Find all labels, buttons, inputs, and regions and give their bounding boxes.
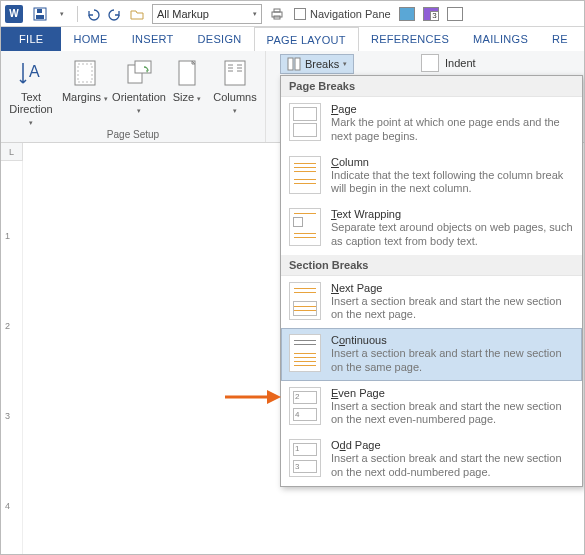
page-icon bbox=[421, 54, 439, 72]
nav-pane-toggle[interactable]: Navigation Pane bbox=[294, 8, 391, 20]
annotation-arrow bbox=[223, 387, 283, 407]
qat-dropdown[interactable]: ▾ bbox=[51, 3, 73, 25]
menu-item-text-wrapping[interactable]: Text Wrapping Separate text around objec… bbox=[281, 202, 582, 255]
menu-item-title: Next Page bbox=[331, 282, 574, 294]
size-icon bbox=[171, 57, 203, 89]
ribbon: A Text Direction ▾ Margins ▾ Orientation… bbox=[1, 51, 584, 143]
tab-home[interactable]: HOME bbox=[61, 27, 119, 51]
menu-item-desc: Insert a section break and start the new… bbox=[331, 400, 574, 428]
menu-item-title: Odd Page bbox=[331, 439, 574, 451]
tab-review[interactable]: RE bbox=[540, 27, 580, 51]
svg-marker-22 bbox=[267, 390, 281, 404]
tab-mailings[interactable]: MAILINGS bbox=[461, 27, 540, 51]
svg-rect-7 bbox=[75, 61, 95, 85]
color-swatch-purple[interactable]: 3 bbox=[423, 7, 439, 21]
svg-text:A: A bbox=[29, 63, 40, 80]
columns-button[interactable]: Columns ▾ bbox=[211, 57, 259, 115]
color-swatch-blue[interactable] bbox=[399, 7, 415, 21]
breaks-menu: Page Breaks Page Mark the point at which… bbox=[280, 75, 583, 487]
menu-item-even-page[interactable]: 24 Even Page Insert a section break and … bbox=[281, 381, 582, 434]
tab-design[interactable]: DESIGN bbox=[186, 27, 254, 51]
redo-button[interactable] bbox=[104, 3, 126, 25]
menu-item-desc: Insert a section break and start the new… bbox=[331, 295, 574, 323]
orientation-button[interactable]: Orientation ▾ bbox=[115, 57, 163, 115]
breaks-button[interactable]: Breaks ▾ bbox=[280, 54, 354, 74]
svg-rect-1 bbox=[36, 15, 44, 19]
column-break-icon bbox=[289, 156, 321, 194]
svg-rect-10 bbox=[135, 61, 151, 73]
ribbon-tabs: FILE HOME INSERT DESIGN PAGE LAYOUT REFE… bbox=[1, 27, 584, 51]
menu-header-section-breaks: Section Breaks bbox=[281, 255, 582, 276]
group-page-setup: A Text Direction ▾ Margins ▾ Orientation… bbox=[1, 51, 266, 142]
menu-item-column[interactable]: Column Indicate that the text following … bbox=[281, 150, 582, 203]
tab-page-layout[interactable]: PAGE LAYOUT bbox=[254, 27, 359, 51]
even-page-icon: 24 bbox=[289, 387, 321, 425]
svg-rect-4 bbox=[274, 9, 280, 12]
svg-rect-20 bbox=[295, 58, 300, 70]
menu-item-desc: Separate text around objects on web page… bbox=[331, 221, 574, 249]
menu-item-title: Even Page bbox=[331, 387, 574, 399]
menu-item-page[interactable]: Page Mark the point at which one page en… bbox=[281, 97, 582, 150]
indent-group: Indent bbox=[421, 54, 476, 72]
size-label: Size bbox=[173, 91, 194, 103]
svg-rect-11 bbox=[179, 61, 195, 85]
color-swatch-white[interactable] bbox=[447, 7, 463, 21]
columns-label: Columns bbox=[213, 91, 256, 103]
undo-button[interactable] bbox=[82, 3, 104, 25]
ruler-corner: L bbox=[1, 143, 23, 161]
svg-rect-19 bbox=[288, 58, 293, 70]
size-button[interactable]: Size ▾ bbox=[169, 57, 205, 103]
text-direction-label: Text Direction bbox=[9, 91, 52, 115]
page-break-icon bbox=[289, 103, 321, 141]
menu-item-odd-page[interactable]: 13 Odd Page Insert a section break and s… bbox=[281, 433, 582, 486]
odd-page-icon: 13 bbox=[289, 439, 321, 477]
quick-access-toolbar: W ▾ All Markup▾ Navigation Pane 3 bbox=[1, 1, 584, 27]
continuous-icon bbox=[289, 334, 321, 372]
menu-item-continuous[interactable]: Continuous Insert a section break and st… bbox=[281, 328, 582, 381]
group-label: Page Setup bbox=[107, 127, 159, 143]
breaks-icon bbox=[287, 57, 301, 71]
svg-rect-2 bbox=[37, 9, 42, 13]
menu-item-title: Text Wrapping bbox=[331, 208, 574, 220]
open-button[interactable] bbox=[126, 3, 148, 25]
indent-label: Indent bbox=[445, 57, 476, 69]
text-direction-icon: A bbox=[15, 57, 47, 89]
text-wrapping-icon bbox=[289, 208, 321, 246]
text-direction-button[interactable]: A Text Direction ▾ bbox=[7, 57, 55, 127]
orientation-icon bbox=[123, 57, 155, 89]
checkbox-icon bbox=[294, 8, 306, 20]
tab-file[interactable]: FILE bbox=[1, 27, 61, 51]
tab-references[interactable]: REFERENCES bbox=[359, 27, 461, 51]
margins-icon bbox=[69, 57, 101, 89]
menu-header-page-breaks: Page Breaks bbox=[281, 76, 582, 97]
menu-item-desc: Indicate that the text following the col… bbox=[331, 169, 574, 197]
menu-item-title: Continuous bbox=[331, 334, 574, 346]
breaks-label: Breaks bbox=[305, 58, 339, 70]
tab-insert[interactable]: INSERT bbox=[120, 27, 186, 51]
menu-item-desc: Mark the point at which one page ends an… bbox=[331, 116, 574, 144]
print-button[interactable] bbox=[266, 3, 288, 25]
menu-item-desc: Insert a section break and start the new… bbox=[331, 452, 574, 480]
app-icon: W bbox=[5, 5, 23, 23]
columns-icon bbox=[219, 57, 251, 89]
menu-item-next-page[interactable]: Next Page Insert a section break and sta… bbox=[281, 276, 582, 329]
menu-item-title: Column bbox=[331, 156, 574, 168]
margins-button[interactable]: Margins ▾ bbox=[61, 57, 109, 103]
next-page-icon bbox=[289, 282, 321, 320]
markup-value: All Markup bbox=[157, 8, 209, 20]
save-button[interactable] bbox=[29, 3, 51, 25]
vertical-ruler[interactable]: 1 2 3 4 bbox=[1, 161, 23, 554]
chevron-down-icon: ▾ bbox=[343, 60, 347, 68]
menu-item-title: Page bbox=[331, 103, 574, 115]
menu-item-desc: Insert a section break and start the new… bbox=[331, 347, 574, 375]
markup-combo[interactable]: All Markup▾ bbox=[152, 4, 262, 24]
margins-label: Margins bbox=[62, 91, 101, 103]
nav-pane-label: Navigation Pane bbox=[310, 8, 391, 20]
orientation-label: Orientation bbox=[112, 91, 166, 103]
